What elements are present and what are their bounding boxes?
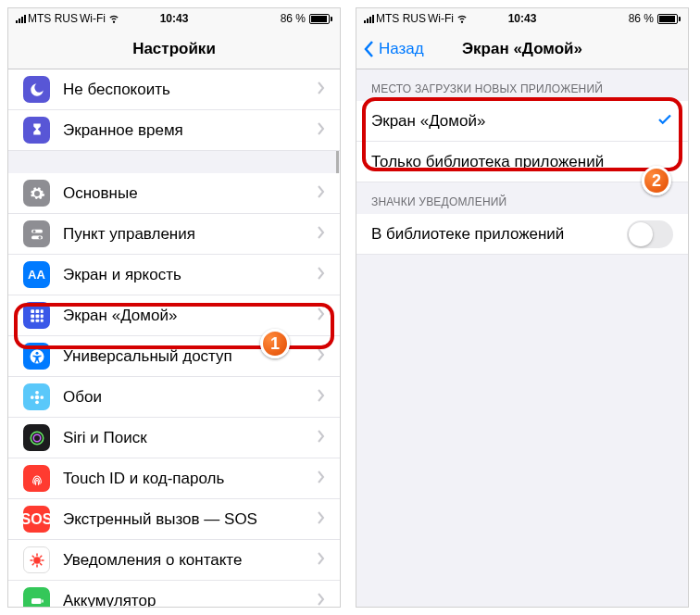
chevron-right-icon bbox=[318, 308, 325, 324]
toggle-switch[interactable] bbox=[627, 220, 673, 248]
back-label: Назад bbox=[379, 40, 424, 58]
svg-line-30 bbox=[40, 555, 42, 557]
row-exposure-notifications[interactable]: Уведомления о контакте bbox=[8, 540, 340, 581]
network-label: Wi-Fi bbox=[80, 12, 106, 25]
fingerprint-icon bbox=[23, 465, 50, 492]
option-app-library-only[interactable]: Только библиотека приложений bbox=[356, 142, 688, 182]
siri-icon bbox=[23, 424, 50, 451]
battery-icon bbox=[309, 14, 332, 24]
row-battery[interactable]: Аккумулятор bbox=[8, 581, 340, 607]
svg-rect-31 bbox=[31, 598, 42, 604]
svg-point-21 bbox=[33, 434, 41, 442]
battery-icon bbox=[657, 14, 681, 24]
row-label: Siri и Поиск bbox=[63, 429, 318, 447]
chevron-right-icon bbox=[318, 348, 325, 365]
option-label: Только библиотека приложений bbox=[371, 153, 673, 171]
svg-point-19 bbox=[40, 395, 44, 399]
svg-line-27 bbox=[31, 555, 33, 557]
chevron-right-icon bbox=[318, 471, 325, 487]
option-label: Экран «Домой» bbox=[371, 112, 656, 131]
clock: 10:43 bbox=[508, 12, 537, 25]
carrier-label: MTS RUS bbox=[376, 12, 426, 25]
svg-line-29 bbox=[31, 563, 33, 565]
row-label: Аккумулятор bbox=[63, 592, 318, 608]
row-home-screen[interactable]: Экран «Домой» bbox=[8, 295, 340, 336]
gear-icon bbox=[23, 180, 50, 207]
battery-percent: 86 % bbox=[629, 12, 654, 25]
battery-percent: 86 % bbox=[281, 12, 306, 25]
wifi-icon bbox=[107, 11, 120, 27]
svg-rect-5 bbox=[35, 309, 39, 313]
page-title: Настройки bbox=[132, 40, 216, 58]
annotation-badge-1: 1 bbox=[260, 329, 290, 358]
section-header-download-location: МЕСТО ЗАГРУЗКИ НОВЫХ ПРИЛОЖЕНИЙ bbox=[356, 69, 688, 101]
svg-rect-9 bbox=[40, 314, 43, 318]
text-size-icon: AA bbox=[23, 261, 50, 288]
row-siri-search[interactable]: Siri и Поиск bbox=[8, 418, 340, 458]
toggle-app-library-badges[interactable]: В библиотеке приложений bbox=[356, 214, 688, 255]
svg-rect-7 bbox=[31, 314, 34, 318]
nav-bar: Настройки bbox=[8, 29, 340, 69]
row-touchid-passcode[interactable]: Touch ID и код-пароль bbox=[8, 458, 340, 499]
svg-point-20 bbox=[31, 432, 44, 445]
row-label: Экранное время bbox=[63, 121, 318, 140]
chevron-right-icon bbox=[318, 430, 325, 446]
svg-point-16 bbox=[35, 390, 39, 394]
page-title: Экран «Домой» bbox=[462, 40, 582, 58]
clock: 10:43 bbox=[160, 12, 189, 25]
chevron-right-icon bbox=[318, 185, 325, 202]
row-general[interactable]: Основные bbox=[8, 173, 340, 214]
row-display-brightness[interactable]: AA Экран и яркость bbox=[8, 255, 340, 295]
moon-icon bbox=[23, 76, 50, 103]
svg-point-1 bbox=[32, 230, 35, 232]
chevron-right-icon bbox=[318, 552, 325, 569]
nav-bar: Назад Экран «Домой» bbox=[356, 29, 688, 69]
accessibility-icon bbox=[23, 343, 50, 370]
section-header-badges: ЗНАЧКИ УВЕДОМЛЕНИЙ bbox=[356, 182, 688, 214]
row-label: Touch ID и код-пароль bbox=[63, 470, 318, 488]
row-wallpaper[interactable]: Обои bbox=[8, 377, 340, 418]
checkmark-icon bbox=[656, 111, 673, 132]
toggle-label: В библиотеке приложений bbox=[371, 225, 627, 244]
svg-point-22 bbox=[33, 557, 41, 564]
row-accessibility[interactable]: Универсальный доступ bbox=[8, 336, 340, 377]
row-control-center[interactable]: Пункт управления bbox=[8, 214, 340, 255]
svg-point-3 bbox=[38, 235, 41, 238]
grid-icon bbox=[23, 302, 50, 329]
svg-rect-8 bbox=[35, 314, 39, 318]
svg-rect-10 bbox=[31, 319, 34, 321]
row-emergency-sos[interactable]: SOS Экстренный вызов — SOS bbox=[8, 499, 340, 540]
svg-point-18 bbox=[30, 395, 33, 399]
switches-icon bbox=[23, 220, 50, 247]
chevron-right-icon bbox=[318, 122, 325, 139]
svg-rect-12 bbox=[40, 319, 43, 321]
chevron-right-icon bbox=[318, 82, 325, 98]
row-label: Основные bbox=[63, 184, 318, 203]
option-home-screen[interactable]: Экран «Домой» bbox=[356, 101, 688, 142]
row-label: Экстренный вызов — SOS bbox=[63, 510, 318, 529]
svg-rect-4 bbox=[31, 309, 34, 313]
settings-screen: MTS RUS Wi-Fi 10:43 86 % Настройки Не бе… bbox=[7, 7, 341, 608]
carrier-label: MTS RUS bbox=[28, 12, 78, 25]
row-label: Не беспокоить bbox=[63, 81, 318, 99]
row-label: Обои bbox=[63, 388, 318, 407]
row-label: Уведомления о контакте bbox=[63, 551, 318, 570]
network-label: Wi-Fi bbox=[428, 12, 454, 25]
status-bar: MTS RUS Wi-Fi 10:43 86 % bbox=[356, 8, 688, 29]
back-button[interactable]: Назад bbox=[362, 29, 424, 69]
settings-list[interactable]: Не беспокоить Экранное время Основные Пу… bbox=[8, 69, 340, 607]
row-label: Экран «Домой» bbox=[63, 307, 318, 325]
signal-icon bbox=[16, 15, 26, 23]
hourglass-icon bbox=[23, 117, 50, 144]
home-screen-settings: MTS RUS Wi-Fi 10:43 86 % Назад Экран «До… bbox=[356, 7, 689, 608]
virus-icon bbox=[23, 546, 50, 573]
row-screen-time[interactable]: Экранное время bbox=[8, 110, 340, 151]
row-label: Экран и яркость bbox=[63, 266, 318, 284]
battery-icon bbox=[23, 587, 50, 607]
svg-point-15 bbox=[34, 395, 39, 399]
row-do-not-disturb[interactable]: Не беспокоить bbox=[8, 69, 340, 110]
chevron-right-icon bbox=[318, 511, 325, 528]
svg-rect-11 bbox=[35, 319, 39, 321]
flower-icon bbox=[23, 383, 50, 410]
chevron-right-icon bbox=[318, 389, 325, 406]
